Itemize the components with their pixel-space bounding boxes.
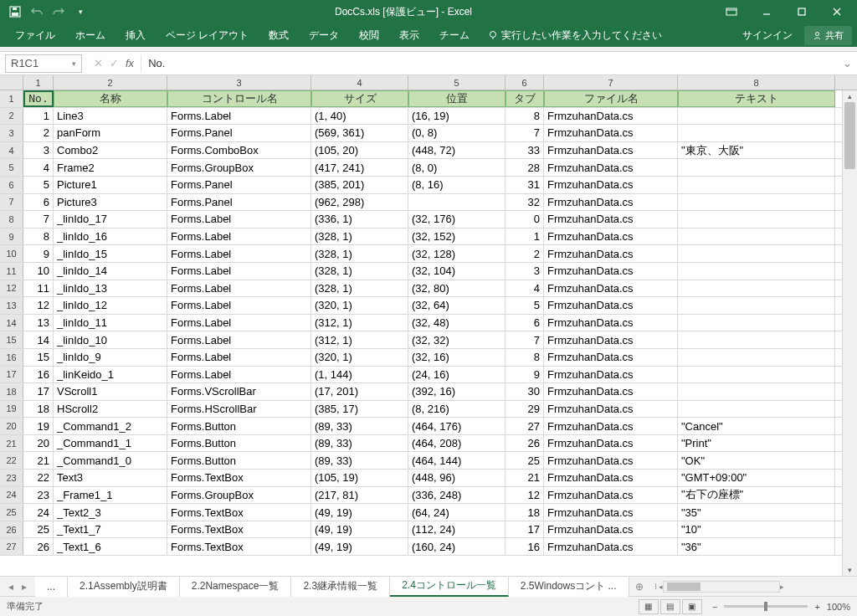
cell[interactable]: VScroll1 [54,383,167,400]
row-header[interactable]: 15 [0,331,23,348]
row-header[interactable]: 23 [0,470,23,486]
cell[interactable]: FrmzuhanData.cs [544,435,678,452]
cell[interactable]: 1 [23,108,54,125]
cell[interactable]: Forms.TextBox [167,521,311,538]
fx-icon[interactable]: fx [126,57,134,69]
cell[interactable]: 8 [505,108,544,125]
scroll-down-icon[interactable]: ▾ [843,564,857,576]
row-header[interactable]: 3 [0,125,23,141]
cell[interactable]: _linIdo_11 [54,315,167,331]
cell[interactable] [678,280,835,297]
cell[interactable]: panForm [54,125,167,141]
cell[interactable]: FrmzuhanData.cs [544,108,678,125]
cancel-formula-icon[interactable]: ✕ [94,57,103,69]
cell[interactable]: 24 [23,504,54,521]
cell[interactable]: _linKeido_1 [54,367,167,383]
cell[interactable]: Frame2 [54,159,167,176]
cell[interactable]: FrmzuhanData.cs [544,331,678,348]
cell[interactable]: FrmzuhanData.cs [544,418,678,434]
cell[interactable]: 10 [23,263,54,280]
cell[interactable]: (112, 24) [408,521,505,538]
zoom-out-icon[interactable]: − [712,602,717,612]
formula-expand-icon[interactable]: ⌄ [837,57,857,69]
row-header[interactable]: 18 [0,383,23,400]
cell[interactable]: (328, 1) [311,280,408,297]
cell[interactable]: FrmzuhanData.cs [544,452,678,469]
row-header[interactable]: 5 [0,159,23,176]
cell[interactable]: Forms.Panel [167,177,311,193]
cell[interactable]: _Text1_7 [54,521,167,538]
cell[interactable]: Forms.Label [167,263,311,280]
cell[interactable]: (962, 298) [311,194,408,211]
ribbon-tab-ファイル[interactable]: ファイル [5,23,65,47]
cell[interactable]: (336, 1) [311,211,408,228]
enter-formula-icon[interactable]: ✓ [110,57,119,69]
minimize-icon[interactable] [750,0,783,23]
cell[interactable] [678,331,835,348]
hscroll-right-icon[interactable]: ▸ [780,583,784,591]
header-cell[interactable]: コントロール名 [167,90,311,107]
cell[interactable]: "右下の座標" [678,487,835,504]
cell[interactable]: (392, 16) [408,383,505,400]
cell[interactable]: FrmzuhanData.cs [544,280,678,297]
cell[interactable]: Forms.Label [167,228,311,245]
cell[interactable]: (32, 152) [408,228,505,245]
cell[interactable]: FrmzuhanData.cs [544,194,678,211]
cell[interactable] [678,159,835,176]
cell[interactable]: 3 [505,263,544,280]
header-cell[interactable]: No. [23,90,54,107]
cell[interactable] [678,194,835,211]
cell[interactable]: 23 [23,487,54,504]
cell[interactable]: (569, 361) [311,125,408,141]
cell[interactable]: (32, 104) [408,263,505,280]
cell[interactable]: _linIdo_13 [54,280,167,297]
cell[interactable]: (448, 72) [408,142,505,159]
col-header-5[interactable]: 5 [408,75,505,90]
cell[interactable]: 12 [23,297,54,314]
cell[interactable]: "35" [678,504,835,521]
header-cell[interactable]: テキスト [678,90,835,107]
cell[interactable]: 13 [23,315,54,331]
cell[interactable]: "GMT+09:00" [678,470,835,486]
tell-me[interactable]: 実行したい作業を入力してください [488,28,662,43]
row-header[interactable]: 4 [0,142,23,159]
cell[interactable]: FrmzuhanData.cs [544,470,678,486]
add-sheet-icon[interactable]: ⊕ [629,581,649,593]
cell[interactable]: (320, 1) [311,349,408,366]
cell[interactable] [678,349,835,366]
qat-customize-icon[interactable]: ▾ [74,5,87,18]
cell[interactable]: FrmzuhanData.cs [544,315,678,331]
cell[interactable]: (105, 19) [311,470,408,486]
cell[interactable]: 8 [505,349,544,366]
cell[interactable] [408,194,505,211]
cell[interactable]: Forms.GroupBox [167,487,311,504]
cell[interactable]: Forms.Label [167,315,311,331]
cell[interactable]: Forms.Label [167,245,311,262]
cell[interactable]: Forms.Label [167,331,311,348]
cell[interactable]: Forms.Label [167,280,311,297]
cell[interactable]: 6 [505,315,544,331]
name-box[interactable]: R1C1 ▾ [5,54,82,73]
row-header[interactable]: 11 [0,263,23,280]
ribbon-tab-数式[interactable]: 数式 [259,23,299,47]
cell[interactable]: (64, 24) [408,504,505,521]
cell[interactable]: Forms.Button [167,452,311,469]
cell[interactable]: "Print" [678,435,835,452]
cell[interactable] [678,367,835,383]
cell[interactable]: (49, 19) [311,504,408,521]
cell[interactable]: FrmzuhanData.cs [544,401,678,418]
ribbon-tab-データ[interactable]: データ [299,23,349,47]
cell[interactable]: (32, 64) [408,297,505,314]
cell[interactable]: 17 [23,383,54,400]
row-header[interactable]: 13 [0,297,23,314]
cell[interactable]: FrmzuhanData.cs [544,125,678,141]
cell[interactable] [678,297,835,314]
col-header-4[interactable]: 4 [311,75,408,90]
cell[interactable]: Forms.Label [167,108,311,125]
cell[interactable]: (328, 1) [311,228,408,245]
horizontal-scrollbar[interactable] [663,581,780,593]
cell[interactable]: Picture3 [54,194,167,211]
ribbon-tab-表示[interactable]: 表示 [389,23,429,47]
cell[interactable]: 1 [505,228,544,245]
hscrollbar-thumb[interactable] [667,583,700,591]
